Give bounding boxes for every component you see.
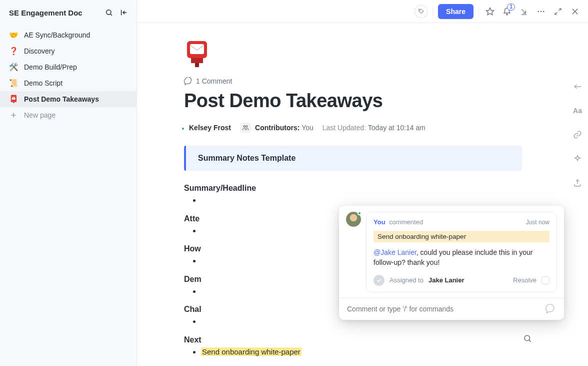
svg-rect-21: [195, 63, 199, 67]
sidebar-item-ae-sync[interactable]: 🤝 AE Sync/Background: [0, 27, 136, 43]
close-icon[interactable]: [569, 6, 581, 18]
star-icon[interactable]: [484, 6, 496, 18]
tag-icon[interactable]: [414, 5, 428, 18]
assigned-label: Assigned to: [390, 276, 424, 284]
svg-point-23: [246, 126, 248, 128]
svg-rect-20: [191, 58, 203, 63]
sidebar-item-discovery[interactable]: ❓ Discovery: [0, 43, 136, 59]
contributors-icon: [240, 123, 251, 133]
svg-line-25: [529, 340, 530, 341]
postbox-icon: 📮: [9, 95, 18, 104]
svg-line-9: [522, 9, 526, 13]
sidebar-item-label: Post Demo Takeaways: [24, 95, 99, 103]
assignee-name: Jake Lanier: [428, 276, 464, 284]
sidebar-item-label: Demo Build/Prep: [24, 63, 77, 71]
typography-icon[interactable]: Aa: [572, 105, 583, 116]
svg-point-22: [244, 126, 246, 128]
svg-line-15: [555, 12, 558, 15]
comment-count[interactable]: 1 Comment: [184, 77, 522, 85]
new-page-label: New page: [24, 111, 56, 119]
callout-summary-template[interactable]: Summary Notes Template: [184, 146, 522, 171]
avatar: [346, 212, 361, 227]
svg-marker-7: [486, 8, 494, 15]
comment-count-label: 1 Comment: [196, 77, 232, 85]
send-icon[interactable]: [545, 304, 556, 314]
svg-point-0: [106, 10, 111, 15]
doc-emoji[interactable]: [184, 40, 210, 68]
sidebar-nav: 🤝 AE Sync/Background ❓ Discovery 🛠️ Demo…: [0, 25, 136, 125]
sidebar-header: SE Engagement Doc: [0, 0, 136, 25]
comment-input[interactable]: [347, 305, 540, 313]
svg-point-6: [420, 10, 420, 11]
expand-icon[interactable]: [552, 6, 564, 18]
sidebar-new-page[interactable]: New page: [0, 107, 136, 123]
check-icon: [374, 275, 384, 286]
comment-card: You commented Just now Send onboarding w…: [366, 212, 557, 292]
comment-body: @Jake Lanier, could you please include t…: [374, 247, 550, 268]
section-heading[interactable]: Summary/Headline: [184, 184, 522, 193]
resolve-checkbox[interactable]: [542, 276, 550, 284]
highlighted-text[interactable]: Send onboarding white-paper: [201, 347, 302, 356]
presence-indicator: [358, 211, 362, 215]
main: Share 1: [137, 0, 588, 366]
more-icon[interactable]: [535, 6, 547, 18]
outdent-icon[interactable]: [572, 81, 583, 92]
find-in-doc-icon[interactable]: [520, 331, 535, 346]
sidebar-item-demo-build[interactable]: 🛠️ Demo Build/Prep: [0, 59, 136, 75]
plus-icon: [9, 111, 18, 120]
doc-contributors[interactable]: Contributors: You: [240, 123, 314, 133]
comment-popover: You commented Just now Send onboarding w…: [339, 206, 564, 320]
mention[interactable]: @Jake Lanier: [374, 248, 416, 256]
sidebar-item-post-demo[interactable]: 📮 Post Demo Takeaways: [0, 91, 136, 107]
comment-icon: [184, 77, 192, 85]
collapse-sidebar-icon[interactable]: [118, 7, 130, 18]
sidebar-item-demo-script[interactable]: 📜 Demo Script: [0, 75, 136, 91]
sidebar: SE Engagement Doc 🤝 AE Sync/Background ❓…: [0, 0, 137, 366]
search-icon[interactable]: [104, 7, 114, 18]
svg-point-8: [506, 14, 508, 15]
svg-point-13: [543, 11, 544, 12]
section-heading[interactable]: Next: [184, 335, 522, 344]
export-icon[interactable]: [572, 177, 583, 188]
doc-author[interactable]: Kelsey Frost: [184, 124, 231, 132]
download-icon[interactable]: [518, 6, 530, 18]
comment-author: You: [374, 218, 386, 226]
doc-title[interactable]: Post Demo Takeaways: [184, 90, 522, 112]
contributors-label: Contributors:: [255, 124, 300, 132]
sidebar-item-label: Discovery: [24, 47, 54, 55]
sidebar-item-label: AE Sync/Background: [24, 31, 90, 39]
comment-verb: commented: [389, 218, 423, 226]
list-item[interactable]: [201, 195, 522, 206]
doc-workspace-title: SE Engagement Doc: [9, 9, 100, 17]
comment-time: Just now: [526, 219, 550, 226]
handshake-icon: 🤝: [9, 31, 18, 40]
tools-icon: 🛠️: [9, 63, 18, 72]
right-rail: Aa: [567, 23, 588, 366]
svg-point-11: [538, 11, 539, 12]
question-icon: ❓: [9, 47, 18, 56]
svg-point-24: [524, 335, 530, 341]
svg-line-14: [558, 9, 561, 11]
comment-input-row: [339, 297, 564, 320]
presence-indicator: [181, 127, 185, 131]
author-name: Kelsey Frost: [189, 124, 231, 132]
sparkle-icon[interactable]: [572, 153, 583, 164]
link-icon[interactable]: [572, 129, 583, 140]
updated-label: Last Updated:: [322, 124, 366, 132]
contributors-value: You: [302, 124, 314, 132]
doc-last-updated: Last Updated: Today at 10:14 am: [322, 124, 426, 132]
resolve-button[interactable]: Resolve: [513, 276, 536, 284]
comment-quote: Send onboarding white-paper: [374, 231, 550, 242]
topbar: Share 1: [137, 0, 588, 23]
updated-value: Today at 10:14 am: [368, 124, 426, 132]
sidebar-item-label: Demo Script: [24, 79, 62, 87]
divider: [478, 6, 479, 17]
list-item[interactable]: Send onboarding white-paper: [201, 346, 522, 358]
divider: [432, 6, 433, 17]
doc-meta: Kelsey Frost Contributors: You Last Upda…: [184, 123, 522, 133]
scroll-icon: 📜: [9, 79, 18, 88]
notifications-icon[interactable]: 1: [501, 6, 513, 18]
svg-rect-19: [190, 44, 204, 54]
share-button[interactable]: Share: [438, 4, 474, 19]
svg-line-1: [110, 14, 112, 16]
